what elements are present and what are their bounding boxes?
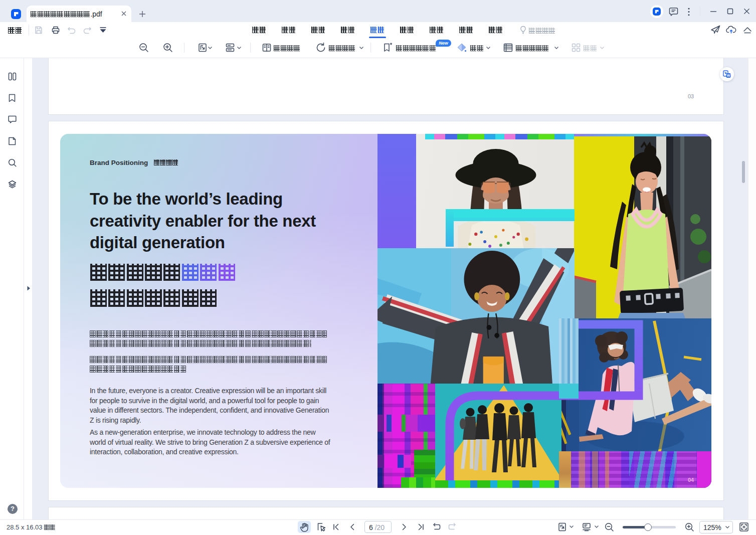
svg-text:W: W: [727, 74, 730, 77]
